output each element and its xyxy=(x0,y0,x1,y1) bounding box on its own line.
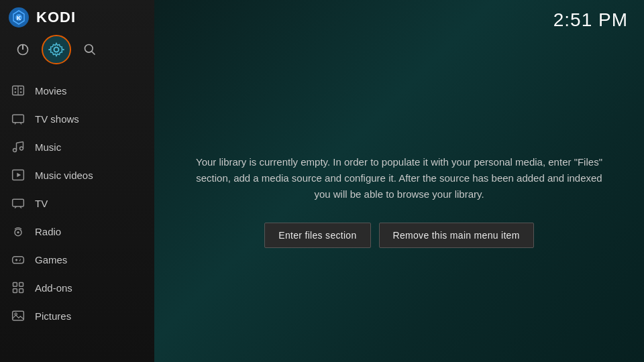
nav-items-list: Movies TV shows Music Music videos xyxy=(0,71,154,362)
tv-shows-icon xyxy=(11,111,25,126)
svg-line-22 xyxy=(17,142,23,143)
svg-point-13 xyxy=(20,91,22,93)
sidebar-item-add-ons[interactable]: Add-ons xyxy=(0,274,154,302)
svg-point-33 xyxy=(20,259,21,260)
games-icon xyxy=(11,252,25,267)
app-title: KODI xyxy=(36,9,76,26)
svg-rect-38 xyxy=(19,289,23,293)
svg-rect-35 xyxy=(13,283,17,287)
clock-display: 2:51 PM xyxy=(553,9,628,31)
sidebar-item-movies[interactable]: Movies xyxy=(0,76,154,105)
svg-point-10 xyxy=(15,88,17,90)
svg-rect-36 xyxy=(19,283,23,287)
svg-rect-15 xyxy=(13,115,24,123)
radio-label: Radio xyxy=(35,226,61,237)
remove-menu-item-button[interactable]: Remove this main menu item xyxy=(379,223,534,248)
add-ons-label: Add-ons xyxy=(35,282,72,294)
add-ons-icon xyxy=(11,280,25,295)
kodi-logo-icon: K xyxy=(8,7,30,28)
games-label: Games xyxy=(35,254,67,265)
sidebar-item-tv[interactable]: TV xyxy=(0,189,154,217)
svg-line-8 xyxy=(92,52,95,55)
movies-icon xyxy=(11,83,25,98)
music-label: Music xyxy=(35,141,61,153)
action-buttons: Enter files section Remove this main men… xyxy=(264,223,533,248)
music-videos-label: Music videos xyxy=(35,170,93,181)
tv-shows-label: TV shows xyxy=(35,113,79,125)
content-area: Your library is currently empty. In orde… xyxy=(154,40,644,362)
svg-rect-30 xyxy=(13,257,24,263)
search-button[interactable] xyxy=(78,38,102,62)
sidebar-item-tv-shows[interactable]: TV shows xyxy=(0,105,154,133)
sidebar-header: K KODI xyxy=(0,0,154,35)
svg-point-6 xyxy=(54,48,59,52)
tv-icon xyxy=(11,196,25,210)
sidebar-item-radio[interactable]: Radio xyxy=(0,217,154,245)
svg-point-29 xyxy=(17,231,19,233)
svg-rect-25 xyxy=(13,199,24,206)
music-videos-icon xyxy=(11,168,25,182)
sidebar-item-games[interactable]: Games xyxy=(0,245,154,274)
svg-text:K: K xyxy=(17,15,21,21)
sidebar-item-music[interactable]: Music xyxy=(0,133,154,161)
library-empty-message: Your library is currently empty. In orde… xyxy=(195,154,604,202)
music-icon xyxy=(11,139,25,154)
settings-gear-icon xyxy=(48,42,64,58)
sidebar: K KODI xyxy=(0,0,154,362)
svg-point-34 xyxy=(19,260,21,261)
main-content: 2:51 PM Your library is currently empty.… xyxy=(154,0,644,362)
top-bar: 2:51 PM xyxy=(154,0,644,40)
pictures-label: Pictures xyxy=(35,310,71,322)
svg-marker-24 xyxy=(17,173,21,178)
sidebar-item-music-videos[interactable]: Music videos xyxy=(0,161,154,189)
header-actions xyxy=(3,35,154,71)
svg-point-7 xyxy=(85,45,93,53)
svg-point-12 xyxy=(15,91,17,93)
svg-rect-39 xyxy=(13,311,24,320)
svg-rect-37 xyxy=(13,289,17,293)
sidebar-item-pictures[interactable]: Pictures xyxy=(0,302,154,330)
movies-label: Movies xyxy=(35,85,67,97)
app-container: K KODI xyxy=(0,0,644,362)
pictures-icon xyxy=(11,308,25,323)
search-icon xyxy=(83,43,97,56)
power-button[interactable] xyxy=(11,38,35,62)
settings-button[interactable] xyxy=(42,35,71,64)
radio-icon xyxy=(11,224,25,239)
svg-point-11 xyxy=(20,88,22,90)
enter-files-section-button[interactable]: Enter files section xyxy=(264,223,370,248)
power-icon xyxy=(16,43,30,56)
tv-label: TV xyxy=(35,198,48,209)
